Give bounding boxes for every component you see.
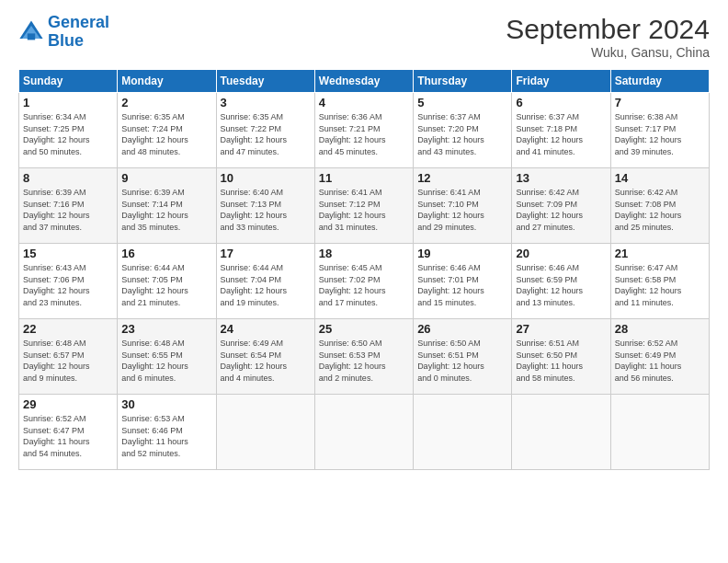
day-number: 9 — [121, 171, 211, 185]
week-row-1: 1Sunrise: 6:34 AMSunset: 7:25 PMDaylight… — [19, 93, 710, 168]
cell-info: Sunrise: 6:40 AMSunset: 7:13 PMDaylight:… — [221, 187, 311, 233]
day-number: 2 — [121, 96, 211, 109]
calendar-cell — [610, 395, 709, 470]
calendar-cell: 22Sunrise: 6:48 AMSunset: 6:57 PMDayligh… — [19, 319, 118, 395]
calendar-cell — [512, 395, 610, 470]
calendar: SundayMondayTuesdayWednesdayThursdayFrid… — [18, 69, 710, 470]
cell-info: Sunrise: 6:38 AMSunset: 7:17 PMDaylight:… — [615, 111, 705, 157]
calendar-cell: 18Sunrise: 6:45 AMSunset: 7:02 PMDayligh… — [314, 244, 413, 319]
day-number: 25 — [319, 322, 409, 336]
calendar-cell: 10Sunrise: 6:40 AMSunset: 7:13 PMDayligh… — [216, 168, 314, 244]
weekday-header-wednesday: Wednesday — [314, 70, 413, 93]
day-number: 1 — [23, 96, 113, 109]
day-number: 12 — [417, 171, 507, 185]
calendar-cell: 28Sunrise: 6:52 AMSunset: 6:49 PMDayligh… — [610, 319, 709, 395]
day-number: 4 — [319, 96, 409, 109]
day-number: 24 — [221, 322, 311, 336]
day-number: 28 — [615, 322, 705, 336]
week-row-2: 8Sunrise: 6:39 AMSunset: 7:16 PMDaylight… — [19, 168, 710, 244]
cell-info: Sunrise: 6:37 AMSunset: 7:18 PMDaylight:… — [516, 111, 606, 157]
day-number: 23 — [121, 322, 211, 336]
cell-info: Sunrise: 6:44 AMSunset: 7:05 PMDaylight:… — [121, 262, 211, 308]
cell-info: Sunrise: 6:50 AMSunset: 6:53 PMDaylight:… — [319, 338, 409, 384]
cell-info: Sunrise: 6:52 AMSunset: 6:49 PMDaylight:… — [615, 338, 705, 384]
weekday-header-monday: Monday — [118, 70, 216, 93]
calendar-cell: 24Sunrise: 6:49 AMSunset: 6:54 PMDayligh… — [216, 319, 314, 395]
logo-icon — [18, 19, 44, 45]
day-number: 27 — [516, 322, 606, 336]
cell-info: Sunrise: 6:48 AMSunset: 6:57 PMDaylight:… — [23, 338, 113, 384]
week-row-4: 22Sunrise: 6:48 AMSunset: 6:57 PMDayligh… — [19, 319, 710, 395]
day-number: 19 — [417, 247, 507, 260]
cell-info: Sunrise: 6:37 AMSunset: 7:20 PMDaylight:… — [417, 111, 507, 157]
header: General Blue September 2024 Wuku, Gansu,… — [18, 14, 710, 60]
day-number: 10 — [221, 171, 311, 185]
calendar-cell: 2Sunrise: 6:35 AMSunset: 7:24 PMDaylight… — [118, 93, 216, 168]
calendar-cell: 29Sunrise: 6:52 AMSunset: 6:47 PMDayligh… — [19, 395, 118, 470]
month-title: September 2024 — [506, 14, 710, 45]
day-number: 14 — [615, 171, 705, 185]
day-number: 26 — [417, 322, 507, 336]
calendar-cell: 1Sunrise: 6:34 AMSunset: 7:25 PMDaylight… — [19, 93, 118, 168]
day-number: 22 — [23, 322, 113, 336]
cell-info: Sunrise: 6:34 AMSunset: 7:25 PMDaylight:… — [23, 111, 113, 157]
calendar-body: 1Sunrise: 6:34 AMSunset: 7:25 PMDaylight… — [19, 93, 710, 470]
cell-info: Sunrise: 6:39 AMSunset: 7:16 PMDaylight:… — [23, 187, 113, 233]
weekday-header-sunday: Sunday — [19, 70, 118, 93]
calendar-cell — [414, 395, 512, 470]
day-number: 16 — [121, 247, 211, 260]
day-number: 21 — [615, 247, 705, 260]
cell-info: Sunrise: 6:46 AMSunset: 6:59 PMDaylight:… — [516, 262, 606, 308]
cell-info: Sunrise: 6:53 AMSunset: 6:46 PMDaylight:… — [121, 413, 211, 459]
calendar-cell: 17Sunrise: 6:44 AMSunset: 7:04 PMDayligh… — [216, 244, 314, 319]
cell-info: Sunrise: 6:50 AMSunset: 6:51 PMDaylight:… — [417, 338, 507, 384]
calendar-cell: 13Sunrise: 6:42 AMSunset: 7:09 PMDayligh… — [512, 168, 610, 244]
calendar-cell: 25Sunrise: 6:50 AMSunset: 6:53 PMDayligh… — [314, 319, 413, 395]
week-row-5: 29Sunrise: 6:52 AMSunset: 6:47 PMDayligh… — [19, 395, 710, 470]
logo-line1: General — [48, 13, 109, 31]
calendar-cell: 11Sunrise: 6:41 AMSunset: 7:12 PMDayligh… — [314, 168, 413, 244]
calendar-cell: 8Sunrise: 6:39 AMSunset: 7:16 PMDaylight… — [19, 168, 118, 244]
logo: General Blue — [18, 14, 109, 51]
weekday-row: SundayMondayTuesdayWednesdayThursdayFrid… — [19, 70, 710, 93]
calendar-cell: 30Sunrise: 6:53 AMSunset: 6:46 PMDayligh… — [118, 395, 216, 470]
calendar-cell: 14Sunrise: 6:42 AMSunset: 7:08 PMDayligh… — [610, 168, 709, 244]
cell-info: Sunrise: 6:51 AMSunset: 6:50 PMDaylight:… — [516, 338, 606, 384]
cell-info: Sunrise: 6:45 AMSunset: 7:02 PMDaylight:… — [319, 262, 409, 308]
day-number: 5 — [417, 96, 507, 109]
cell-info: Sunrise: 6:48 AMSunset: 6:55 PMDaylight:… — [121, 338, 211, 384]
cell-info: Sunrise: 6:49 AMSunset: 6:54 PMDaylight:… — [221, 338, 311, 384]
calendar-cell: 20Sunrise: 6:46 AMSunset: 6:59 PMDayligh… — [512, 244, 610, 319]
calendar-cell: 5Sunrise: 6:37 AMSunset: 7:20 PMDaylight… — [414, 93, 512, 168]
weekday-header-friday: Friday — [512, 70, 610, 93]
calendar-cell: 21Sunrise: 6:47 AMSunset: 6:58 PMDayligh… — [610, 244, 709, 319]
logo-text: General Blue — [48, 14, 109, 51]
cell-info: Sunrise: 6:52 AMSunset: 6:47 PMDaylight:… — [23, 413, 113, 459]
week-row-3: 15Sunrise: 6:43 AMSunset: 7:06 PMDayligh… — [19, 244, 710, 319]
cell-info: Sunrise: 6:47 AMSunset: 6:58 PMDaylight:… — [615, 262, 705, 308]
weekday-header-saturday: Saturday — [610, 70, 709, 93]
day-number: 11 — [319, 171, 409, 185]
calendar-cell — [216, 395, 314, 470]
cell-info: Sunrise: 6:42 AMSunset: 7:08 PMDaylight:… — [615, 187, 705, 233]
calendar-cell: 19Sunrise: 6:46 AMSunset: 7:01 PMDayligh… — [414, 244, 512, 319]
calendar-cell: 26Sunrise: 6:50 AMSunset: 6:51 PMDayligh… — [414, 319, 512, 395]
day-number: 6 — [516, 96, 606, 109]
calendar-cell: 9Sunrise: 6:39 AMSunset: 7:14 PMDaylight… — [118, 168, 216, 244]
calendar-cell: 15Sunrise: 6:43 AMSunset: 7:06 PMDayligh… — [19, 244, 118, 319]
day-number: 29 — [23, 397, 113, 411]
weekday-header-tuesday: Tuesday — [216, 70, 314, 93]
cell-info: Sunrise: 6:41 AMSunset: 7:12 PMDaylight:… — [319, 187, 409, 233]
calendar-cell: 6Sunrise: 6:37 AMSunset: 7:18 PMDaylight… — [512, 93, 610, 168]
title-block: September 2024 Wuku, Gansu, China — [506, 14, 710, 60]
cell-info: Sunrise: 6:36 AMSunset: 7:21 PMDaylight:… — [319, 111, 409, 157]
calendar-cell: 23Sunrise: 6:48 AMSunset: 6:55 PMDayligh… — [118, 319, 216, 395]
day-number: 3 — [221, 96, 311, 109]
cell-info: Sunrise: 6:42 AMSunset: 7:09 PMDaylight:… — [516, 187, 606, 233]
calendar-cell: 7Sunrise: 6:38 AMSunset: 7:17 PMDaylight… — [610, 93, 709, 168]
day-number: 7 — [615, 96, 705, 109]
calendar-cell: 12Sunrise: 6:41 AMSunset: 7:10 PMDayligh… — [414, 168, 512, 244]
day-number: 15 — [23, 247, 113, 260]
day-number: 20 — [516, 247, 606, 260]
calendar-cell — [314, 395, 413, 470]
